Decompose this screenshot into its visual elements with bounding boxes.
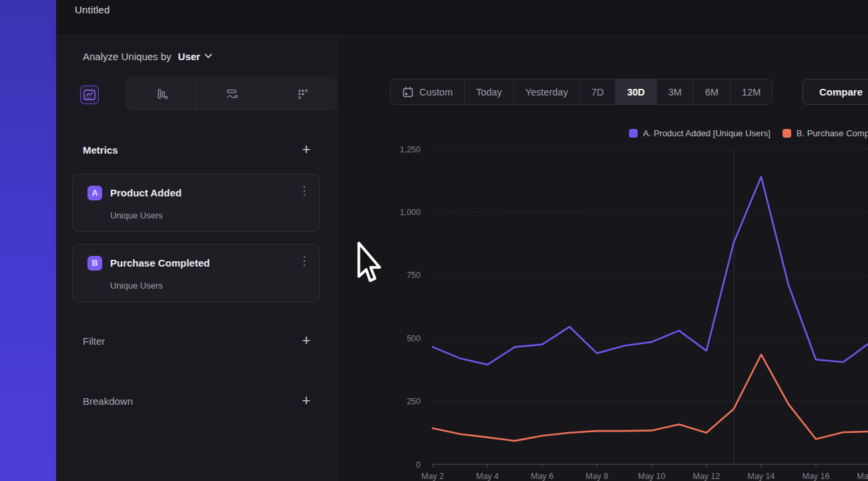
compare-button[interactable]: Compare [803, 79, 868, 105]
filter-section: Filter + [83, 334, 310, 347]
range-label: 6M [705, 87, 718, 98]
series-line-a[interactable] [433, 177, 868, 365]
y-axis-tick-label: 0 [416, 460, 421, 470]
filter-label: Filter [83, 335, 105, 347]
line-chart-icon [82, 88, 97, 102]
range-label: 7D [592, 87, 604, 98]
range-label: 12M [742, 87, 761, 98]
x-axis-tick-label: May 4 [476, 472, 499, 481]
tab-insights[interactable] [80, 86, 99, 104]
add-filter-button[interactable]: + [302, 334, 310, 347]
range-label: Custom [419, 87, 453, 98]
range-today[interactable]: Today [464, 79, 513, 104]
metric-card-a[interactable]: A Product Added ⋮ Unique Users [72, 174, 320, 232]
breakdown-section: Breakdown + [83, 394, 310, 408]
date-range-control: Custom Today Yesterday 7D 30D 3M 6M 12M [390, 79, 773, 105]
range-12m[interactable]: 12M [730, 79, 772, 104]
range-7d[interactable]: 7D [580, 79, 616, 104]
x-axis-tick-label: May 16 [803, 472, 830, 481]
add-metric-button[interactable]: + [302, 143, 310, 156]
range-label: 3M [668, 87, 682, 98]
analyze-value-dropdown[interactable]: User [178, 51, 212, 62]
x-axis-tick-label: May 8 [586, 472, 608, 481]
range-label: Today [476, 87, 502, 98]
range-6m[interactable]: 6M [693, 79, 730, 104]
analyze-row: Analyze Uniques by User [83, 47, 212, 65]
flows-wave-icon [224, 86, 240, 102]
report-title[interactable]: Untitled [75, 4, 110, 15]
tab-flows[interactable] [196, 77, 266, 111]
range-label: Yesterday [525, 87, 568, 98]
x-axis-tick-label: May 10 [638, 472, 666, 481]
query-sidebar: Analyze Uniques by User [56, 36, 338, 481]
left-accent-strip [0, 0, 56, 481]
range-custom[interactable]: Custom [391, 79, 464, 104]
y-axis-tick-label: 1,250 [400, 145, 421, 154]
kebab-menu-icon[interactable]: ⋮ [298, 184, 310, 198]
metric-name: Product Added [110, 187, 182, 198]
metric-name: Purchase Completed [110, 257, 210, 269]
divider [56, 74, 338, 75]
add-breakdown-button[interactable]: + [302, 394, 310, 408]
series-line-b[interactable] [433, 355, 868, 441]
range-label: 30D [627, 87, 645, 98]
metrics-section-header: Metrics + [83, 143, 310, 156]
trend-line-chart[interactable]: 02505007501,0001,250May 2May 4May 6May 8… [338, 117, 868, 481]
x-axis-tick-label: May 12 [693, 472, 720, 481]
metrics-label: Metrics [83, 144, 118, 156]
calendar-icon [402, 86, 414, 98]
metric-card-b[interactable]: B Purchase Completed ⋮ Unique Users [72, 244, 320, 303]
y-axis-tick-label: 750 [407, 271, 421, 280]
kebab-menu-icon[interactable]: ⋮ [298, 254, 310, 268]
chart-panel: Custom Today Yesterday 7D 30D 3M 6M 12M … [338, 36, 868, 481]
range-3m[interactable]: 3M [656, 79, 693, 104]
y-axis-tick-label: 500 [407, 334, 421, 343]
x-axis-tick-label: May 2 [421, 472, 444, 481]
tab-retention[interactable] [266, 77, 337, 111]
metric-subtitle[interactable]: Unique Users [110, 210, 163, 220]
metric-badge: B [87, 256, 102, 271]
metric-subtitle[interactable]: Unique Users [110, 281, 163, 291]
x-axis-tick-label: May 6 [531, 472, 554, 481]
x-axis-tick-label: May 18 [857, 472, 868, 481]
analyze-label: Analyze Uniques by [83, 51, 172, 62]
x-axis-tick-label: May 14 [748, 472, 775, 481]
chart-type-tabs [126, 77, 337, 111]
top-bar: Untitled [56, 0, 868, 36]
funnel-bars-icon [153, 86, 169, 102]
range-yesterday[interactable]: Yesterday [513, 79, 580, 104]
breakdown-label: Breakdown [83, 395, 133, 407]
divider [56, 114, 338, 114]
range-30d[interactable]: 30D [615, 79, 656, 104]
analyze-value: User [178, 51, 200, 62]
app-window: Untitled Analyze Uniques by User [0, 0, 868, 481]
tab-funnels[interactable] [126, 77, 196, 111]
y-axis-tick-label: 1,000 [400, 208, 421, 217]
retention-dots-icon [294, 86, 310, 102]
y-axis-tick-label: 250 [407, 397, 421, 406]
metric-badge: A [87, 186, 102, 200]
chevron-down-icon [204, 53, 212, 59]
